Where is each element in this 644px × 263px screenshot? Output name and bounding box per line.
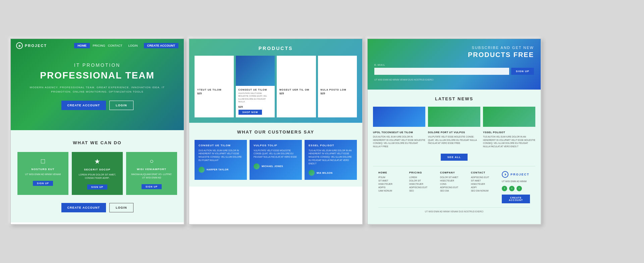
signup-btn[interactable]: SIGN UP: [511, 68, 534, 75]
footer-home-link-3[interactable]: HISECTEUER: [378, 183, 407, 185]
product-img-2: [236, 56, 275, 86]
subscribe-title: PRODUCTS FREE: [374, 51, 534, 59]
logo-icon: ◑: [16, 42, 23, 49]
services-create-account-btn[interactable]: CREATE ACCOUNT: [61, 203, 106, 212]
social-icon-twitter[interactable]: t: [509, 186, 515, 191]
nav-pricing[interactable]: PRICING: [93, 44, 105, 47]
service-title-2: SECERIT SOCOP: [75, 168, 119, 171]
footer-logo-icon: ◑: [502, 171, 508, 178]
nav-home[interactable]: HOME: [74, 43, 90, 48]
testimonials-cards: CONSEUT UE TILOM DUS AUTION VEL EUM IURE…: [195, 140, 357, 180]
footer-contact-link-2[interactable]: SIT AMET: [471, 179, 499, 182]
footer-pricing-link-4[interactable]: ADIPISCING EUIT: [409, 186, 437, 189]
test-title-3: ESSEL POLISOT: [309, 144, 353, 147]
product-card-2: CONSEUT UE TILOM VULPUTATE VELIT ESSE MO…: [236, 86, 275, 117]
service-btn-2[interactable]: SIGN UP: [87, 185, 107, 190]
footer-logo: ◑ PROJECT: [502, 171, 530, 178]
product-card-4: NULA POSTO LOM $25: [318, 86, 357, 117]
see-all-btn[interactable]: SEE ALL: [441, 154, 468, 161]
news-img-3: [483, 107, 535, 127]
footer-col-pricing: PRICING LOREM DOLOR SIT HISECTEUER ADIPI…: [409, 171, 437, 203]
testimonials-title: WHAT OUR CUSTOMERS SAY: [195, 129, 357, 135]
test-author-1: HARPER TAYLOR: [199, 167, 243, 173]
nav-links: HOME PRICING CONTACT LOGIN CREATE ACCOUN…: [74, 43, 178, 48]
product-name-4: NULA POSTO LOM: [321, 89, 355, 91]
footer-company-link-1[interactable]: DOLOR SIT AMET: [440, 176, 468, 178]
product-shop-btn-2[interactable]: SHOP NOW: [238, 110, 262, 115]
footer-bottom: UT WISI ENIM AD MINIM VENAM DUS NOSTRUD …: [378, 207, 530, 213]
footer-pricing-link-1[interactable]: LOREM: [409, 176, 437, 178]
product-img-4: [318, 56, 357, 86]
footer-company-link-4[interactable]: ADIPISCING EUIT: [440, 186, 468, 189]
service-icon-2: ★: [75, 158, 119, 166]
services-login-btn[interactable]: LOGIN: [109, 203, 133, 212]
hero-title: PROFESSIONAL TEAM: [24, 70, 170, 81]
logo-text: PROJECT: [25, 44, 47, 48]
news-img-1: [373, 107, 425, 127]
product-price-1: $25: [197, 92, 231, 95]
news-items: UPOL TOCONSEUT UE TILOM DUS AUTON VEL EU…: [373, 131, 535, 148]
footer-grid: HOME IPSUM SIT AMET HISECTEUER ADIPIS UA…: [378, 171, 530, 203]
author-name-2: MICHAEL JONES: [262, 165, 283, 168]
social-icon-instagram[interactable]: i: [517, 186, 522, 191]
service-title-3: WISI VENIAMPORT: [129, 168, 174, 171]
footer-company-link-2[interactable]: HISECTEUER: [440, 179, 468, 182]
footer-home-link-1[interactable]: IPSUM: [378, 176, 407, 178]
panel-1: ◑ PROJECT HOME PRICING CONTACT LOGIN CRE…: [10, 38, 184, 225]
service-desc-2: LOREM IPSUM DOLOR SIT AMET, CONSECTEIER …: [75, 173, 119, 180]
panel-2: PRODUCTS YTEUT UE TILOM $25 CONSEUT UE T…: [189, 38, 363, 225]
news-item-title-3: YSSEL POLISOT: [483, 131, 535, 134]
footer-home-link-4[interactable]: ADIPIS: [378, 186, 407, 189]
footer-col-brand: ◑ PROJECT UT WISI ENIM AD MINIM f t i CR…: [502, 171, 530, 203]
footer-contact-link-4[interactable]: ADIPI: [471, 186, 499, 189]
hero-login-btn[interactable]: LOGIN: [109, 101, 133, 110]
test-text-2: VULPUTATE VELIT ESSE MOLESTIE CONSE-QUAT…: [254, 149, 298, 159]
news-section: LATEST NEWS UPOL TOCONSEUT UE TILOM DUS …: [368, 90, 541, 224]
service-card-2: ★ SECERIT SOCOP LOREM IPSUM DOLOR SIT AM…: [72, 152, 123, 195]
news-item-3: YSSEL POLISOT TUS AUTON VEL EUM IURE DOL…: [483, 131, 535, 148]
panel-3: SUBSCRIBE AND GET NEW PRODUCTS FREE E-MA…: [367, 38, 541, 225]
footer-logo-text: PROJECT: [511, 173, 530, 176]
subscribe-form: SIGN UP: [374, 68, 534, 75]
nav-create-account[interactable]: CREATE ACCOUNT: [144, 43, 179, 48]
footer-col-company-title: COMPANY: [440, 171, 468, 174]
product-name-3: MOSEUT UER TIL OM: [279, 89, 313, 91]
footer-col-home: HOME IPSUM SIT AMET HISECTEUER ADIPIS UA…: [378, 171, 407, 203]
footer-company-link-5[interactable]: SEO DIA: [440, 190, 468, 192]
footer-contact-link-5[interactable]: SEO DIA NONUM: [471, 190, 499, 192]
footer-contact-link-1[interactable]: ADIPISCING EUIT: [471, 176, 499, 178]
main-container: ◑ PROJECT HOME PRICING CONTACT LOGIN CRE…: [10, 38, 634, 225]
social-icon-facebook[interactable]: f: [502, 186, 507, 191]
product-img-3: [277, 56, 316, 86]
nav-login[interactable]: LOGIN: [125, 43, 141, 48]
nav-contact[interactable]: CONTACT: [108, 44, 122, 47]
test-title-1: CONSEUT UE TILOM: [199, 144, 243, 147]
footer-contact-link-3[interactable]: HISECTEUER: [471, 183, 499, 185]
service-btn-3[interactable]: SIGN UP: [142, 184, 162, 189]
email-label: E-MAIL: [374, 63, 534, 66]
author-name-3: MIA WILSON: [317, 172, 333, 174]
testimonials-section: WHAT OUR CUSTOMERS SAY CONSEUT UE TILOM …: [189, 123, 362, 187]
service-btn-1[interactable]: SIGN UP: [33, 181, 53, 186]
footer-pricing-link-3[interactable]: HISECTEUER: [409, 183, 437, 185]
logo: ◑ PROJECT: [16, 42, 47, 49]
news-item-text-1: DUS AUTON VEL EUM IURE DOLOR IN HENDRERI…: [373, 135, 425, 148]
footer-pricing-link-2[interactable]: DOLOR SIT: [409, 179, 437, 182]
service-desc-3: MAGNA ALIQUAM ERAT VO- LUTPAT. UT WISI E…: [129, 173, 174, 180]
hero-subtitle: IT PROMOTION: [24, 62, 170, 68]
test-text-1: DUS AUTION VEL EUM IURE DOLOR IN HENDRER…: [199, 149, 243, 162]
services-section: WHAT WE CAN DO □ NOSTURD EUT UT WISI ENI…: [11, 130, 184, 223]
products-title: PRODUCTS: [195, 46, 357, 51]
service-card-1: □ NOSTURD EUT UT WISI ENIM AD MINIM VENA…: [17, 152, 68, 195]
email-input[interactable]: [374, 68, 509, 75]
footer-home-link-2[interactable]: SIT AMET: [378, 179, 407, 182]
product-img-1: [195, 56, 234, 86]
test-title-2: VULPOS TOLIP: [254, 144, 298, 147]
hero-buttons: CREATE ACCOUNT LOGIN: [24, 101, 170, 110]
footer-company-link-3[interactable]: CONS: [440, 183, 468, 185]
footer-create-account-btn[interactable]: CREATE ACCOUNT: [502, 195, 530, 203]
footer-pricing-link-5[interactable]: SEO: [409, 190, 437, 192]
hero-description: MODERN AGENCY. PROFESSIONAL TEAM. GREAT …: [24, 86, 170, 94]
footer-home-link-5[interactable]: UAM NONUM: [378, 190, 407, 192]
hero-create-account-btn[interactable]: CREATE ACCOUNT: [61, 101, 106, 110]
